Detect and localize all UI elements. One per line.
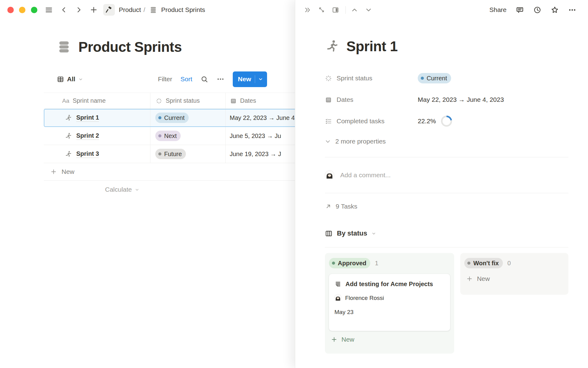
assignee-name: Florence Rossi [345, 295, 384, 301]
sidebar-menu-icon[interactable] [45, 6, 53, 14]
window-close-button[interactable] [7, 7, 14, 13]
new-button-label: New [238, 75, 251, 83]
updates-clock-icon[interactable] [533, 6, 541, 14]
breadcrumb-page[interactable]: Product [119, 6, 141, 13]
column-header[interactable]: Won't fix 0 [464, 258, 564, 268]
breadcrumb-current[interactable]: Product Sprints [161, 6, 205, 13]
status-badge-current[interactable]: Current [155, 113, 189, 123]
property-list: Sprint status Current Dates May 22, 2023… [325, 69, 568, 130]
row-page-link[interactable]: Sprint 1 [76, 114, 99, 122]
more-properties-toggle[interactable]: 2 more properties [325, 134, 568, 149]
app-window: Product / Product Sprints Product Sprint… [0, 0, 588, 368]
plus-icon [466, 275, 473, 282]
comments-icon[interactable] [516, 6, 524, 14]
view-tab-all[interactable]: All [57, 75, 83, 83]
kanban-board: Approved 1 Add testing for Acme Projects [325, 253, 568, 354]
product-page-icon[interactable] [103, 4, 115, 16]
property-label[interactable]: Completed tasks [325, 117, 418, 125]
table-row-sprint-1[interactable]: Sprint 1 Current May 22, 2023 → June 4, … [44, 109, 319, 127]
section-divider [325, 193, 568, 193]
comment-composer[interactable]: Add a comment... [325, 163, 568, 187]
search-icon[interactable] [201, 75, 208, 83]
column-header-sprint-name[interactable]: Aa Sprint name [44, 93, 150, 109]
linked-database-title[interactable]: 9 Tasks [325, 199, 568, 214]
assignee-avatar [334, 294, 341, 301]
property-value[interactable]: Current [418, 73, 451, 83]
back-icon[interactable] [60, 6, 68, 13]
status-badge-next[interactable]: Next [155, 131, 181, 141]
row-page-link[interactable]: Sprint 2 [76, 132, 99, 140]
window-minimize-button[interactable] [19, 7, 25, 13]
view-tab-label: All [67, 75, 75, 83]
table-header-row: Aa Sprint name Sprint status Dates [44, 93, 319, 109]
property-row-sprint-status: Sprint status Current [325, 69, 568, 87]
side-peek-mode-icon[interactable] [332, 6, 339, 14]
text-property-icon: Aa [62, 98, 69, 104]
date-property-icon [325, 96, 332, 103]
column-header-label: Sprint status [166, 97, 200, 104]
chevron-down-icon [325, 139, 331, 144]
group-badge-wontfix[interactable]: Won't fix [464, 258, 503, 268]
arrow-up-right-icon [325, 203, 332, 210]
column-new-card-button[interactable]: New [329, 336, 450, 343]
board-card[interactable]: Add testing for Acme Projects Florence R… [329, 274, 450, 331]
filter-button[interactable]: Filter [158, 75, 172, 83]
page-title: Product Sprints [78, 39, 182, 55]
runner-icon[interactable] [325, 39, 340, 54]
table-row-sprint-2[interactable]: Sprint 2 Next June 5, 2023 → Ju [44, 127, 319, 145]
favorite-star-icon[interactable] [551, 6, 559, 14]
property-value[interactable]: 22.2% [418, 116, 452, 127]
section-divider [325, 247, 568, 247]
group-badge-approved[interactable]: Approved [329, 258, 370, 268]
property-label[interactable]: Dates [325, 96, 418, 103]
plus-icon [331, 336, 337, 343]
peek-title-row: Sprint 1 [325, 38, 568, 55]
property-row-completed-tasks: Completed tasks 22.2% [325, 112, 568, 130]
close-peek-icon[interactable] [304, 6, 311, 14]
runner-icon [65, 114, 72, 122]
column-header-label: Sprint name [73, 97, 106, 104]
database-toolbar: All Filter Sort New [57, 71, 267, 87]
share-button[interactable]: Share [489, 6, 507, 13]
new-button-dropdown-icon[interactable] [258, 77, 263, 82]
previous-record-icon[interactable] [351, 6, 358, 14]
row-page-link[interactable]: Sprint 3 [76, 150, 99, 158]
page-options-icon[interactable] [568, 6, 576, 14]
column-count: 0 [507, 260, 511, 267]
comment-placeholder: Add a comment... [340, 171, 391, 179]
column-header-sprint-status[interactable]: Sprint status [150, 93, 226, 109]
record-title[interactable]: Sprint 1 [346, 38, 398, 55]
new-button[interactable]: New [233, 71, 267, 87]
column-header[interactable]: Approved 1 [329, 258, 450, 268]
user-avatar [325, 171, 334, 180]
next-record-icon[interactable] [365, 6, 372, 14]
forward-icon[interactable] [75, 6, 82, 13]
page-title-database-icon [57, 40, 71, 54]
chevron-down-icon [78, 77, 83, 82]
new-page-icon[interactable] [90, 6, 98, 14]
sort-button[interactable]: Sort [180, 75, 192, 83]
table-row-sprint-3[interactable]: Sprint 3 Future June 19, 2023 → J [44, 145, 319, 163]
chevron-down-icon [371, 231, 376, 236]
calculate-button[interactable]: Calculate [44, 181, 319, 198]
property-value[interactable]: May 22, 2023 → June 4, 2023 [418, 96, 504, 103]
status-property-icon [156, 98, 162, 104]
table-new-row-button[interactable]: New [44, 163, 319, 181]
peek-topbar: Share [295, 0, 588, 20]
checklist-property-icon [325, 118, 332, 125]
window-zoom-button[interactable] [31, 7, 37, 13]
more-options-icon[interactable] [217, 75, 224, 83]
status-badge-current[interactable]: Current [418, 73, 451, 83]
runner-icon [65, 132, 72, 140]
expand-page-icon[interactable] [318, 6, 325, 13]
progress-ring [441, 116, 452, 127]
completed-percent: 22.2% [418, 117, 436, 125]
property-row-dates: Dates May 22, 2023 → June 4, 2023 [325, 91, 568, 109]
status-badge-future[interactable]: Future [155, 149, 186, 159]
column-new-card-button[interactable]: New [464, 275, 564, 282]
board-view-selector[interactable]: By status [325, 225, 568, 242]
sprints-table: Aa Sprint name Sprint status Dates Sprin… [44, 93, 319, 198]
column-count: 1 [375, 260, 378, 267]
property-label[interactable]: Sprint status [325, 75, 418, 82]
board-column-approved: Approved 1 Add testing for Acme Projects [325, 253, 454, 354]
